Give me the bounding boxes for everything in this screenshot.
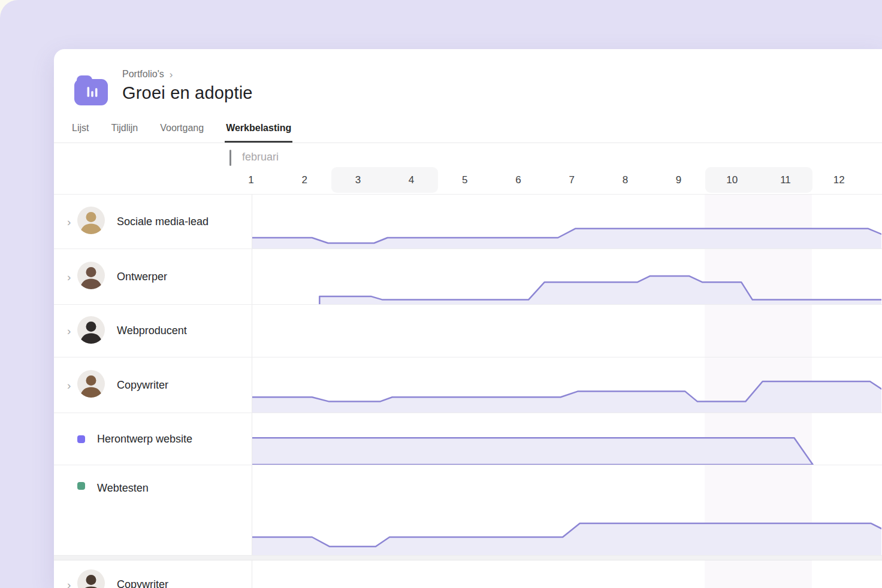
expand-chevron-icon[interactable]: › bbox=[67, 325, 76, 337]
workload-chart bbox=[252, 413, 882, 465]
day-number: 8 bbox=[599, 167, 652, 193]
tab-voortgang[interactable]: Voortgang bbox=[159, 123, 205, 143]
workload-chart bbox=[252, 195, 882, 248]
row-name: Webproducent bbox=[117, 325, 187, 337]
workload-chart bbox=[252, 249, 882, 304]
expand-chevron-icon[interactable]: › bbox=[67, 271, 76, 283]
row-label-cell[interactable]: ›Ontwerper bbox=[54, 249, 252, 304]
day-number: 10 bbox=[705, 167, 759, 193]
day-number: 4 bbox=[385, 167, 438, 193]
workload-grid: ›Sociale media-lead›Ontwerper›Webproduce… bbox=[54, 194, 882, 588]
workload-chart bbox=[252, 357, 882, 413]
workload-area-svg bbox=[252, 465, 881, 555]
month-label: februari bbox=[242, 151, 279, 163]
section-gap bbox=[54, 556, 882, 560]
workload-chart bbox=[252, 465, 882, 555]
workload-row[interactable]: ›Ontwerper bbox=[54, 249, 882, 305]
avatar bbox=[77, 569, 105, 588]
workload-area-svg bbox=[252, 413, 881, 465]
day-number: 11 bbox=[759, 167, 812, 193]
timeline-header: februari 123456789101112 bbox=[54, 143, 882, 194]
expand-chevron-icon[interactable]: › bbox=[67, 579, 76, 588]
day-number: 1 bbox=[224, 167, 277, 193]
avatar bbox=[77, 370, 105, 400]
day-number: 12 bbox=[812, 167, 866, 193]
day-number: 5 bbox=[438, 167, 491, 193]
row-name: Sociale media-lead bbox=[117, 216, 209, 228]
row-label-cell[interactable]: Webtesten bbox=[54, 465, 252, 555]
day-number: 3 bbox=[331, 167, 385, 193]
row-name: Copywriter bbox=[117, 578, 168, 588]
breadcrumb-label[interactable]: Portfolio's bbox=[122, 69, 164, 80]
expand-chevron-icon[interactable]: › bbox=[67, 216, 76, 228]
task-color-dot bbox=[77, 482, 85, 490]
workload-area-svg bbox=[252, 195, 881, 248]
portfolio-folder-icon bbox=[72, 71, 110, 109]
workload-row[interactable]: ›Copywriter bbox=[54, 560, 882, 588]
avatar bbox=[77, 262, 105, 292]
row-label-cell[interactable]: Herontwerp website bbox=[54, 413, 252, 465]
row-name: Copywriter bbox=[117, 379, 168, 392]
workload-row[interactable]: ›Sociale media-lead bbox=[54, 195, 882, 249]
row-label-cell[interactable]: ›Sociale media-lead bbox=[54, 195, 252, 248]
avatar bbox=[77, 316, 105, 346]
row-name: Webtesten bbox=[97, 482, 149, 495]
row-label-cell[interactable]: ›Webproducent bbox=[54, 305, 252, 357]
task-color-dot bbox=[77, 435, 85, 443]
month-start-marker bbox=[229, 150, 231, 166]
workload-chart bbox=[252, 305, 882, 357]
workload-row[interactable]: ›Copywriter bbox=[54, 357, 882, 413]
breadcrumb[interactable]: Portfolio's › bbox=[122, 69, 253, 80]
workload-area-svg bbox=[252, 249, 881, 304]
weekend-tint bbox=[705, 305, 811, 357]
card-header: Portfolio's › Groei en adoptie LijstTijd… bbox=[54, 49, 882, 143]
row-name: Herontwerp website bbox=[97, 433, 192, 445]
page-title: Groei en adoptie bbox=[122, 83, 253, 103]
day-number: 6 bbox=[491, 167, 545, 193]
row-label-cell[interactable]: ›Copywriter bbox=[54, 357, 252, 413]
tab-lijst[interactable]: Lijst bbox=[71, 123, 90, 143]
weekend-tint bbox=[705, 560, 811, 588]
workload-chart bbox=[252, 560, 882, 588]
avatar bbox=[77, 207, 105, 237]
row-label-cell[interactable]: ›Copywriter bbox=[54, 560, 252, 588]
row-name: Ontwerper bbox=[117, 271, 167, 283]
day-number: 7 bbox=[545, 167, 599, 193]
expand-chevron-icon[interactable]: › bbox=[67, 380, 76, 391]
view-tabs: LijstTijdlijnVoortgangWerkbelasting bbox=[71, 123, 292, 143]
workload-area-svg bbox=[252, 357, 881, 413]
tab-tijdlijn[interactable]: Tijdlijn bbox=[110, 123, 139, 143]
workload-row[interactable]: Webtesten bbox=[54, 465, 882, 556]
header-text: Portfolio's › Groei en adoptie bbox=[122, 69, 253, 103]
breadcrumb-chevron-icon: › bbox=[170, 69, 173, 80]
day-number: 9 bbox=[652, 167, 705, 193]
workload-row[interactable]: ›Webproducent bbox=[54, 305, 882, 357]
tab-werkbelasting[interactable]: Werkbelasting bbox=[225, 123, 292, 143]
portfolio-workload-card: Portfolio's › Groei en adoptie LijstTijd… bbox=[54, 49, 882, 588]
workload-row[interactable]: Herontwerp website bbox=[54, 413, 882, 465]
day-number: 2 bbox=[278, 167, 331, 193]
day-axis: 123456789101112 bbox=[54, 167, 882, 193]
